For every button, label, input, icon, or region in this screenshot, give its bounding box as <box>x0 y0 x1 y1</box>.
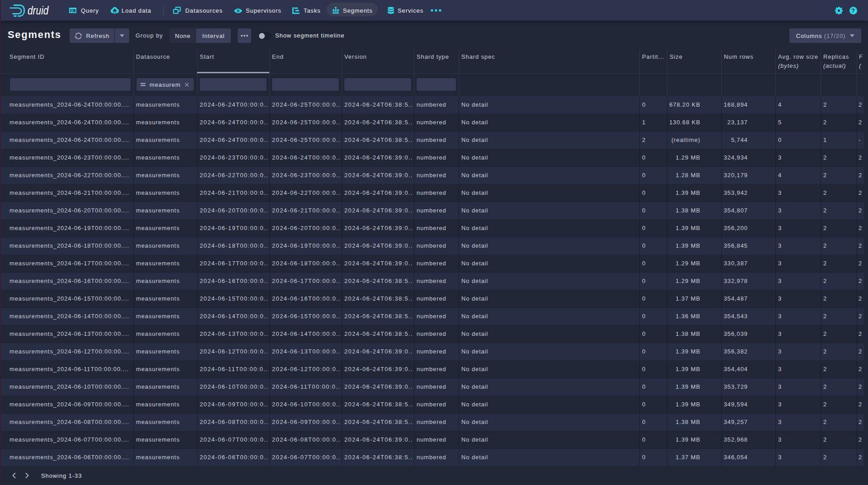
svg-text:?: ? <box>851 7 855 14</box>
